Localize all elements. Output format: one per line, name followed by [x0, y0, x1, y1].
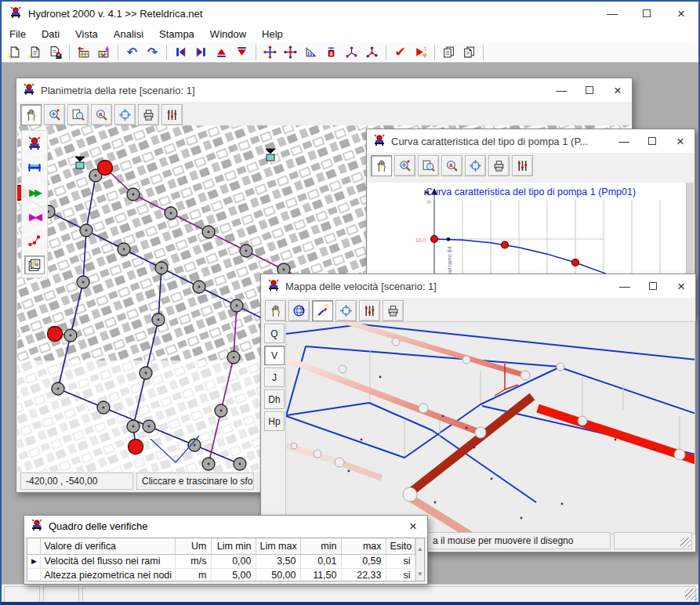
menu-dati[interactable]: Dati — [34, 28, 67, 40]
minimize-button[interactable]: — — [595, 2, 629, 25]
resize-grip[interactable] — [680, 538, 691, 548]
table-row[interactable]: ▶Velocità del flusso nei ramim/s0,003,50… — [27, 554, 415, 568]
close-button[interactable]: × — [666, 129, 695, 153]
map-mode-q[interactable]: Q — [264, 324, 285, 343]
close-button[interactable]: × — [604, 78, 632, 102]
column-header[interactable]: Esito — [386, 538, 415, 554]
verification-table[interactable]: Valore di verificaUmLim minLim maxminmax… — [27, 538, 415, 581]
table-import-icon[interactable] — [94, 43, 114, 62]
menu-file[interactable]: File — [2, 28, 34, 40]
resize-grip[interactable] — [685, 589, 697, 600]
map-mode-v[interactable]: V — [264, 346, 285, 365]
crosshair-icon[interactable] — [465, 155, 486, 176]
axes-b-icon[interactable] — [362, 43, 382, 62]
sliders-icon[interactable] — [512, 155, 533, 176]
printer-icon[interactable] — [383, 300, 404, 321]
sliders-icon[interactable] — [359, 300, 380, 321]
main-window: Hydronet 2000 v. 4.1 >> Reteldrica.net —… — [0, 0, 700, 605]
go-last-icon[interactable] — [191, 43, 211, 62]
copy-pages-icon[interactable] — [459, 43, 479, 62]
zoom-page-icon[interactable] — [418, 155, 439, 176]
map-mode-dh[interactable]: Dh — [264, 389, 285, 409]
velocity-3d-canvas[interactable] — [286, 322, 695, 534]
close-button[interactable]: × — [664, 2, 698, 25]
scroll-down-icon[interactable]: ▼ — [417, 565, 423, 579]
save-doc-icon[interactable] — [45, 43, 65, 62]
pump-curve-title: Curva caratteristica del tipo di pompa 1… — [391, 136, 588, 147]
planimetria-statusbar: -420,00 , -540,00 Cliccare e trascinare … — [20, 473, 254, 490]
crosshair-icon[interactable] — [114, 104, 136, 125]
zoom-arrow-icon[interactable] — [394, 155, 415, 176]
go-first-icon[interactable] — [171, 43, 190, 62]
hand-tool-icon[interactable] — [265, 300, 286, 321]
menu-window[interactable]: Window — [202, 28, 254, 40]
triangle-down-icon[interactable] — [232, 43, 252, 62]
undo-icon[interactable]: ↶ — [122, 43, 142, 62]
hand-tool-icon[interactable] — [20, 104, 42, 125]
pump-curve-titlebar[interactable]: Curva caratteristica del tipo di pompa 1… — [367, 129, 695, 153]
valve-bowtie-icon[interactable]: ▶◀ — [24, 207, 45, 226]
diagram-icon[interactable] — [301, 43, 321, 62]
main-titlebar[interactable]: Hydronet 2000 v. 4.1 >> Reteldrica.net —… — [2, 2, 698, 25]
maximize-button[interactable] — [639, 274, 667, 298]
close-button[interactable]: × — [667, 274, 695, 298]
redo-icon[interactable]: ↷ — [143, 43, 162, 62]
hand-tool-icon[interactable] — [371, 155, 392, 176]
column-header[interactable]: Lim max — [256, 538, 300, 554]
app-icon — [373, 134, 386, 149]
sliders-icon[interactable] — [161, 104, 183, 125]
run-check-icon[interactable]: ✔ — [390, 43, 410, 62]
map-mode-j[interactable]: J — [264, 368, 285, 387]
new-doc-icon[interactable] — [5, 43, 24, 62]
table-scrollbar[interactable]: ▲ ▼ — [415, 538, 425, 581]
zoom-text-icon[interactable]: a — [91, 104, 112, 125]
column-header[interactable] — [27, 538, 40, 554]
menu-vista[interactable]: Vista — [67, 28, 106, 40]
maximize-button[interactable] — [638, 129, 666, 153]
scroll-up-icon[interactable]: ▲ — [417, 540, 423, 554]
run-phi-icon[interactable]: φ — [411, 43, 430, 62]
table-row[interactable]: Altezza piezometrica nei nodim5,0050,001… — [27, 568, 415, 581]
map-mode-hp[interactable]: Hp — [264, 411, 285, 431]
pipe-icon[interactable] — [24, 158, 45, 177]
polyline-icon[interactable] — [24, 231, 45, 250]
zoom-page-icon[interactable] — [67, 104, 89, 125]
column-header[interactable]: Valore di verifica — [40, 538, 175, 554]
verification-titlebar[interactable]: Quadro delle verifiche × — [24, 516, 427, 537]
triangle-up-icon[interactable] — [212, 43, 231, 62]
velocity-map-titlebar[interactable]: Mappa delle velocità [scenario: 1] — × — [261, 274, 695, 298]
edit-doc-icon[interactable] — [25, 43, 45, 62]
minimize-button[interactable]: — — [610, 129, 638, 153]
zoom-text-icon[interactable]: a — [441, 155, 462, 176]
copy-icon[interactable] — [439, 43, 459, 62]
crosshair-icon[interactable] — [335, 300, 357, 321]
globe-icon[interactable] — [288, 300, 310, 321]
velocity-3d-view[interactable] — [285, 321, 695, 534]
menu-analisi[interactable]: Analisi — [106, 28, 151, 40]
column-header[interactable]: max — [341, 538, 386, 554]
planimetria-titlebar[interactable]: Planimetria della rete [scenario: 1] — × — [16, 78, 632, 102]
printer-icon[interactable] — [488, 155, 510, 176]
axes-a-icon[interactable] — [342, 43, 361, 62]
layers-icon[interactable] — [24, 255, 45, 274]
maximize-button[interactable] — [629, 2, 664, 25]
maximize-button[interactable] — [575, 78, 604, 102]
column-header[interactable]: min — [300, 538, 341, 554]
close-button[interactable]: × — [399, 516, 427, 537]
minimize-button[interactable]: — — [547, 78, 575, 102]
table-export-icon[interactable] — [74, 43, 93, 62]
column-header[interactable]: Lim min — [211, 538, 256, 554]
menu-stampa[interactable]: Stampa — [151, 28, 202, 40]
junction-blue-icon[interactable] — [260, 43, 280, 62]
printer-icon[interactable] — [138, 104, 159, 125]
column-header[interactable]: Um — [175, 538, 211, 554]
valves-open-icon[interactable]: ▶▶ — [24, 183, 45, 201]
junction-red-icon[interactable] — [281, 43, 300, 62]
pump-icon[interactable] — [24, 134, 45, 153]
zoom-arrow-icon[interactable] — [44, 104, 65, 125]
minimize-button[interactable]: — — [611, 274, 639, 298]
paint-icon[interactable] — [312, 300, 333, 321]
menu-help[interactable]: Help — [254, 28, 291, 40]
toolbar-separator — [256, 45, 256, 60]
node-gauge-icon[interactable]: 8 — [321, 43, 341, 62]
